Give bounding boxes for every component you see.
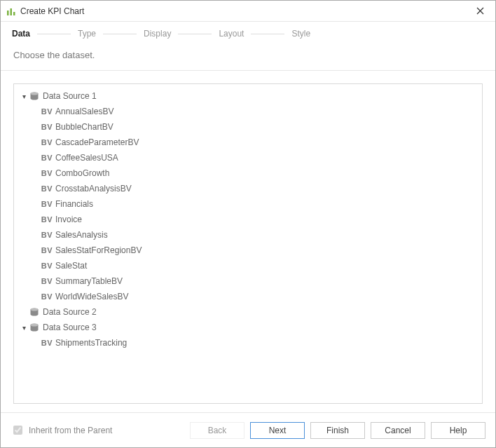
business-view-icon: BV — [41, 262, 53, 270]
business-view-icon: BV — [41, 215, 53, 224]
business-view-icon: BV — [41, 138, 53, 147]
create-kpi-chart-dialog: Create KPI Chart DataTypeDisplayLayoutSt… — [0, 0, 496, 448]
kpi-chart-icon — [6, 6, 16, 16]
business-view-icon: BV — [41, 246, 53, 254]
instruction-text: Choose the dataset. — [1, 46, 495, 70]
svg-rect-0 — [7, 11, 9, 15]
business-view-node[interactable]: ▾BVSalesStatForRegionBV — [17, 243, 479, 258]
chevron-down-icon[interactable]: ▾ — [20, 323, 28, 332]
step-layout[interactable]: Layout — [217, 26, 245, 41]
business-view-icon: BV — [41, 107, 53, 116]
tree-node-label: Data Source 1 — [43, 91, 97, 101]
tree-node-label: CascadeParameterBV — [55, 137, 139, 147]
svg-point-6 — [31, 92, 39, 95]
chevron-down-icon[interactable]: ▾ — [20, 92, 28, 100]
business-view-node[interactable]: ▾BVBubbleChartBV — [17, 119, 479, 135]
business-view-icon: BV — [41, 184, 53, 193]
step-type[interactable]: Type — [76, 26, 97, 41]
business-view-node[interactable]: ▾BVCrosstabAnalysisBV — [17, 181, 479, 196]
business-view-node[interactable]: ▾BVSaleStat — [17, 258, 479, 273]
next-button[interactable]: Next — [250, 422, 305, 439]
business-view-node[interactable]: ▾BVShipmentsTracking — [17, 335, 479, 351]
tree-node-label: Invoice — [55, 215, 82, 224]
database-icon — [29, 308, 40, 317]
business-view-icon: BV — [41, 292, 53, 301]
step-connector — [37, 34, 71, 34]
tree-node-label: WorldWideSalesBV — [55, 292, 128, 301]
business-view-node[interactable]: ▾BVFinancials — [17, 196, 479, 212]
close-button[interactable] — [470, 4, 490, 19]
titlebar: Create KPI Chart — [1, 1, 495, 22]
tree-node-label: SalesStatForRegionBV — [55, 245, 142, 255]
help-button[interactable]: Help — [431, 422, 485, 439]
business-view-node[interactable]: ▾BVInvoice — [17, 212, 479, 227]
business-view-icon: BV — [41, 277, 53, 285]
tree-node-label: SaleStat — [55, 261, 87, 271]
business-view-node[interactable]: ▾BVSummaryTableBV — [17, 273, 479, 289]
step-connector — [178, 34, 212, 34]
wizard-stepper: DataTypeDisplayLayoutStyle — [1, 22, 495, 46]
business-view-icon: BV — [41, 200, 53, 208]
data-source-node[interactable]: ▾Data Source 3 — [17, 320, 479, 335]
data-source-node[interactable]: ▾Data Source 1 — [17, 88, 479, 104]
tree-node-label: ComboGrowth — [55, 168, 109, 178]
step-connector — [251, 34, 284, 34]
tree-node-label: ShipmentsTracking — [55, 338, 127, 348]
business-view-node[interactable]: ▾BVCoffeeSalesUSA — [17, 150, 479, 165]
step-connector — [103, 34, 137, 34]
back-button: Back — [190, 422, 244, 439]
tree-node-label: Data Source 3 — [43, 323, 97, 332]
footer: Inherit from the Parent Back Next Finish… — [1, 412, 495, 447]
inherit-checkbox-input — [13, 426, 22, 435]
tree-node-label: CrosstabAnalysisBV — [55, 184, 132, 194]
tree-node-label: Financials — [55, 199, 93, 209]
business-view-node[interactable]: ▾BVWorldWideSalesBV — [17, 289, 479, 304]
cancel-button[interactable]: Cancel — [371, 422, 425, 439]
business-view-node[interactable]: ▾BVComboGrowth — [17, 165, 479, 181]
svg-rect-2 — [13, 12, 15, 15]
tree-node-label: CoffeeSalesUSA — [55, 153, 118, 163]
dialog-title: Create KPI Chart — [20, 6, 84, 16]
tree-node-label: Data Source 2 — [43, 307, 97, 317]
tree-node-label: AnnualSalesBV — [55, 107, 113, 116]
step-data[interactable]: Data — [11, 26, 32, 41]
svg-point-10 — [31, 323, 39, 326]
step-display[interactable]: Display — [142, 26, 172, 41]
business-view-icon: BV — [41, 154, 53, 162]
inherit-label: Inherit from the Parent — [29, 426, 112, 435]
tree-node-label: BubbleChartBV — [55, 122, 113, 132]
database-icon — [29, 323, 40, 332]
inherit-from-parent-checkbox: Inherit from the Parent — [11, 423, 112, 437]
step-style[interactable]: Style — [290, 26, 312, 41]
close-icon — [476, 7, 484, 15]
svg-point-8 — [31, 308, 39, 311]
business-view-icon: BV — [41, 123, 53, 131]
business-view-node[interactable]: ▾BVCascadeParameterBV — [17, 135, 479, 150]
data-source-node[interactable]: ▾Data Source 2 — [17, 304, 479, 320]
business-view-icon: BV — [41, 231, 53, 239]
tree-node-label: SalesAnalysis — [55, 230, 108, 240]
business-view-node[interactable]: ▾BVAnnualSalesBV — [17, 104, 479, 119]
business-view-icon: BV — [41, 169, 53, 177]
business-view-icon: BV — [41, 339, 53, 347]
tree-node-label: SummaryTableBV — [55, 276, 123, 286]
database-icon — [29, 92, 40, 101]
content-area: ▾Data Source 1▾BVAnnualSalesBV▾BVBubbleC… — [1, 71, 495, 412]
svg-rect-1 — [11, 8, 13, 15]
finish-button[interactable]: Finish — [310, 422, 365, 439]
dataset-tree[interactable]: ▾Data Source 1▾BVAnnualSalesBV▾BVBubbleC… — [13, 83, 483, 404]
business-view-node[interactable]: ▾BVSalesAnalysis — [17, 227, 479, 243]
